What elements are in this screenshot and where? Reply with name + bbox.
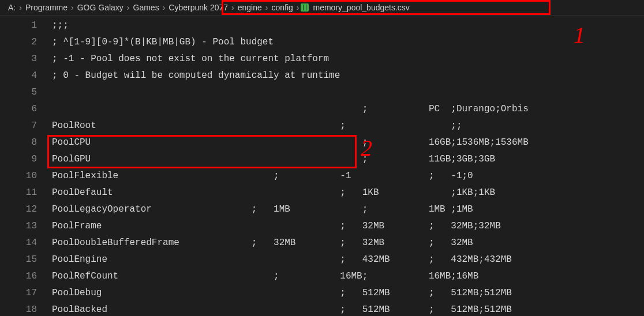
code-line[interactable]: 4; 0 - Budget will be computed dynamical… xyxy=(0,67,644,84)
chevron-right-icon: › xyxy=(162,3,167,12)
line-number: 13 xyxy=(0,221,52,231)
code-line[interactable]: 5 xyxy=(0,84,644,100)
code-text: ; ^[1-9][0-9]*(B|KB|MB|GB) - Pool budget xyxy=(52,37,274,47)
code-text: PoolRoot ; ;; xyxy=(52,121,462,131)
code-line[interactable]: 2; ^[1-9][0-9]*(B|KB|MB|GB) - Pool budge… xyxy=(0,33,644,50)
chevron-right-icon: › xyxy=(295,3,301,12)
line-number: 2 xyxy=(0,37,52,47)
csv-file-icon xyxy=(301,3,309,12)
breadcrumb-segment[interactable]: GOG Galaxy xyxy=(75,3,126,12)
code-text: PoolEngine ; 432MB ; 432MB;432MB xyxy=(52,254,512,265)
line-number: 17 xyxy=(0,288,52,298)
breadcrumb-segment[interactable]: Programme xyxy=(23,3,70,12)
line-number: 10 xyxy=(0,171,52,181)
code-line[interactable]: 15PoolEngine ; 432MB ; 432MB;432MB xyxy=(0,251,644,268)
breadcrumb-segment[interactable]: Games xyxy=(131,3,162,12)
code-text: PoolLegacyOperator ; 1MB ; 1MB ;1MB xyxy=(52,204,473,215)
code-line[interactable]: 1;;; xyxy=(0,17,644,33)
line-number: 16 xyxy=(0,271,52,281)
chevron-right-icon: › xyxy=(230,3,235,12)
line-number: 15 xyxy=(0,254,52,265)
code-line[interactable]: 17PoolDebug ; 512MB ; 512MB;512MB xyxy=(0,284,644,301)
code-editor[interactable]: 1;;;2; ^[1-9][0-9]*(B|KB|MB|GB) - Pool b… xyxy=(0,16,644,316)
breadcrumb: A: › Programme › GOG Galaxy › Games › Cy… xyxy=(0,0,644,16)
line-number: 3 xyxy=(0,54,52,64)
line-number: 8 xyxy=(0,137,52,148)
code-line[interactable]: 3; -1 - Pool does not exist on the curre… xyxy=(0,50,644,67)
code-text: PoolDebug ; 512MB ; 512MB;512MB xyxy=(52,288,512,298)
code-line[interactable]: 7PoolRoot ; ;; xyxy=(0,117,644,134)
line-number: 18 xyxy=(0,304,52,315)
breadcrumb-drive[interactable]: A: xyxy=(6,3,18,12)
code-text: PoolRefCount ; 16MB; 16MB;16MB xyxy=(52,271,478,281)
line-number: 11 xyxy=(0,187,52,198)
chevron-right-icon: › xyxy=(264,3,269,12)
code-line[interactable]: 10PoolFlexible ; -1 ; -1;0 xyxy=(0,167,644,184)
code-line[interactable]: 9PoolGPU ; 11GB;3GB;3GB xyxy=(0,151,644,167)
code-line[interactable]: 6 ; PC ;Durango;Orbis xyxy=(0,100,644,117)
line-number: 12 xyxy=(0,204,52,215)
chevron-right-icon: › xyxy=(70,3,75,12)
code-text: PoolCPU ; 16GB;1536MB;1536MB xyxy=(52,137,529,148)
code-text: ; PC ;Durango;Orbis xyxy=(52,104,529,114)
code-line[interactable]: 16PoolRefCount ; 16MB; 16MB;16MB xyxy=(0,268,644,284)
code-line[interactable]: 18PoolBacked ; 512MB ; 512MB;512MB xyxy=(0,301,644,316)
line-number: 9 xyxy=(0,154,52,164)
breadcrumb-segment[interactable]: engine xyxy=(235,3,264,12)
line-number: 5 xyxy=(0,87,52,97)
line-number: 1 xyxy=(0,20,52,31)
line-number: 7 xyxy=(0,121,52,131)
code-line[interactable]: 13PoolFrame ; 32MB ; 32MB;32MB xyxy=(0,217,644,234)
code-text: PoolDefault ; 1KB ;1KB;1KB xyxy=(52,187,495,198)
code-text: ; -1 - Pool does not exist on the curren… xyxy=(52,54,329,64)
code-text: PoolGPU ; 11GB;3GB;3GB xyxy=(52,154,495,164)
code-text: PoolFrame ; 32MB ; 32MB;32MB xyxy=(52,221,501,231)
breadcrumb-segment[interactable]: Cyberpunk 2077 xyxy=(166,3,230,12)
line-number: 14 xyxy=(0,238,52,248)
breadcrumb-segment[interactable]: config xyxy=(269,3,295,12)
breadcrumb-file[interactable]: memory_pool_budgets.csv xyxy=(311,3,412,12)
code-line[interactable]: 8PoolCPU ; 16GB;1536MB;1536MB xyxy=(0,134,644,151)
code-text: ; 0 - Budget will be computed dynamicall… xyxy=(52,70,340,81)
code-text: ;;; xyxy=(52,20,69,31)
line-number: 4 xyxy=(0,70,52,81)
code-line[interactable]: 11PoolDefault ; 1KB ;1KB;1KB xyxy=(0,184,644,201)
code-text: PoolBacked ; 512MB ; 512MB;512MB xyxy=(52,304,512,315)
code-text: PoolFlexible ; -1 ; -1;0 xyxy=(52,171,473,181)
chevron-right-icon: › xyxy=(18,3,23,12)
line-number: 6 xyxy=(0,104,52,114)
chevron-right-icon: › xyxy=(126,3,131,12)
code-text: PoolDoubleBufferedFrame ; 32MB ; 32MB ; … xyxy=(52,238,473,248)
code-line[interactable]: 12PoolLegacyOperator ; 1MB ; 1MB ;1MB xyxy=(0,201,644,217)
code-line[interactable]: 14PoolDoubleBufferedFrame ; 32MB ; 32MB … xyxy=(0,234,644,251)
